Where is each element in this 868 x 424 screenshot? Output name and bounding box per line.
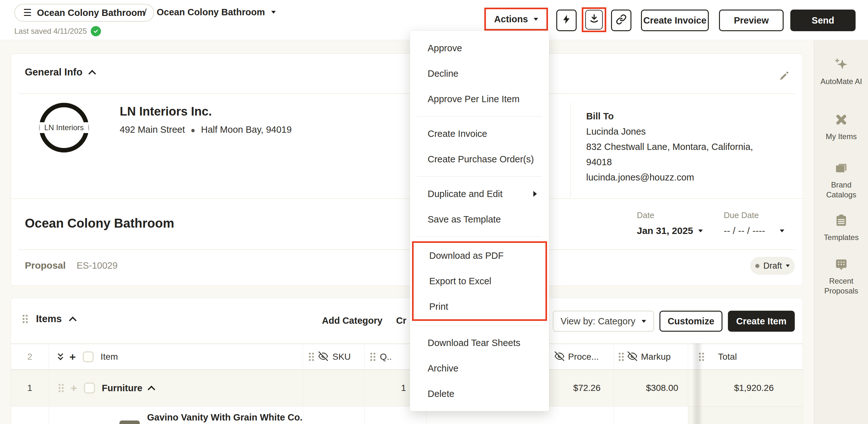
column-header-process[interactable]: Proce...: [568, 352, 599, 362]
drag-handle-icon[interactable]: [619, 353, 624, 361]
breadcrumb-separator: /: [144, 7, 147, 18]
add-category-button[interactable]: Add Category: [322, 316, 382, 326]
customize-button[interactable]: Customize: [659, 311, 722, 332]
send-button[interactable]: Send: [790, 9, 856, 31]
doc-number: ES-10029: [76, 260, 118, 271]
menu-item-approve-per-line-item[interactable]: Approve Per Line Item: [410, 86, 549, 112]
preview-button[interactable]: Preview: [719, 9, 784, 31]
column-header-sku[interactable]: SKU: [333, 352, 351, 362]
view-by-dropdown[interactable]: View by: Category: [553, 311, 654, 332]
menu-item-create-invoice[interactable]: Create Invoice: [410, 121, 549, 146]
sidebar-item-automate-ai[interactable]: AutoMate AI: [814, 57, 868, 86]
copy-link-button[interactable]: [611, 9, 631, 31]
saved-check-icon: [91, 26, 101, 36]
sidebar-item-label: Templates: [817, 232, 865, 242]
sidebar-item-my-items[interactable]: My Items: [814, 112, 868, 141]
row-checkbox[interactable]: [84, 383, 95, 393]
chevron-down-icon: [780, 229, 784, 232]
last-saved-status: Last saved 4/11/2025: [14, 26, 101, 36]
chevron-up-icon[interactable]: [69, 317, 76, 324]
create-invoice-button[interactable]: Create Invoice: [641, 9, 709, 31]
eye-off-icon[interactable]: [628, 351, 637, 362]
breadcrumb-doc-dropdown[interactable]: Ocean Colony Bathroom: [157, 7, 276, 18]
divider: [11, 198, 803, 199]
drag-handle-icon[interactable]: [309, 353, 314, 361]
sidebar-item-recent-proposals[interactable]: Recent Proposals: [814, 257, 868, 296]
date-value: Jan 31, 2025: [637, 225, 693, 236]
general-info-card: General Info LN Interiors LN Interiors I…: [10, 54, 803, 286]
select-all-checkbox[interactable]: [83, 351, 94, 362]
chevron-down-icon: [271, 11, 276, 14]
menu-item-delete[interactable]: Delete: [410, 381, 549, 406]
download-button[interactable]: [585, 10, 603, 30]
edit-pencil-icon[interactable]: [779, 70, 790, 83]
items-card: Items Add Category Cr View by: Category …: [10, 298, 803, 424]
eye-off-icon[interactable]: [555, 351, 564, 362]
menu-item-create-purchase-orders[interactable]: Create Purchase Order(s): [410, 146, 549, 172]
company-logo: LN Interiors: [39, 103, 89, 153]
menu-item-label: Create Invoice: [428, 129, 487, 139]
last-saved-label: Last saved 4/11/2025: [14, 27, 87, 36]
chevron-up-icon: [88, 70, 96, 77]
menu-item-save-as-template[interactable]: Save as Template: [410, 206, 549, 232]
column-header-total[interactable]: Total: [718, 352, 737, 362]
partial-hidden-label: Cr: [396, 316, 406, 326]
general-info-header[interactable]: General Info: [25, 67, 95, 78]
menu-item-archive[interactable]: Archive: [410, 356, 549, 381]
proposal-number-row: Proposal ES-10029: [25, 260, 118, 271]
menu-item-approve[interactable]: Approve: [410, 35, 549, 61]
bill-to-address-1: 832 Chestwall Lane, Montara, California,: [586, 139, 753, 154]
due-date-value: -- / -- / ----: [724, 225, 765, 236]
sidebar-item-brand-catalogs[interactable]: Brand Catalogs: [814, 161, 868, 200]
eye-off-icon[interactable]: [318, 351, 328, 362]
table-row[interactable]: Gavino Vanity With Grain White Co...: [11, 406, 803, 424]
create-item-label: Create Item: [736, 316, 786, 327]
lightning-icon: [561, 14, 572, 27]
proposal-editor-screen: ☰ Ocean Colony Bathroom / Ocean Colony B…: [0, 0, 868, 424]
create-item-button[interactable]: Create Item: [728, 311, 795, 332]
menu-item-label: Duplicate and Edit: [428, 189, 502, 199]
status-label: Draft: [763, 261, 782, 271]
menu-item-print[interactable]: Print: [414, 294, 546, 319]
cell-markup: $308.00: [646, 383, 678, 393]
cell-process: $72.26: [573, 383, 600, 393]
send-label: Send: [812, 15, 834, 26]
sidebar-item-label: Recent Proposals: [817, 276, 865, 296]
sidebar-item-label: My Items: [817, 131, 865, 141]
menu-item-duplicate-and-edit[interactable]: Duplicate and Edit: [410, 181, 549, 206]
submenu-arrow-icon: [533, 191, 537, 197]
menu-item-label: Save as Template: [428, 214, 501, 225]
table-row[interactable]: 1 + Furniture 1 $72.26 $308.00 $1,920.26: [11, 370, 803, 406]
bill-to-block: Bill To Lucinda Jones 832 Chestwall Lane…: [586, 108, 753, 185]
company-city: Half Moon Bay, 94019: [201, 125, 292, 135]
collapse-all-icon[interactable]: [59, 354, 62, 359]
column-header-qty[interactable]: Q..: [380, 352, 392, 362]
bill-to-email: lucinda.jones@houzz.com: [586, 170, 753, 185]
quick-actions-button[interactable]: [556, 9, 577, 31]
drag-handle-icon[interactable]: [59, 384, 64, 392]
status-badge[interactable]: Draft: [750, 257, 795, 275]
add-row-icon[interactable]: +: [69, 351, 76, 362]
actions-button[interactable]: Actions: [484, 8, 548, 31]
drag-handle-icon[interactable]: [23, 315, 28, 323]
pinned-column-shadow: [692, 344, 703, 424]
add-row-icon[interactable]: +: [71, 383, 77, 393]
menu-item-download-tear-sheets[interactable]: Download Tear Sheets: [410, 330, 549, 356]
date-field[interactable]: Date Jan 31, 2025: [637, 210, 703, 236]
menu-item-download-as-pdf[interactable]: Download as PDF: [414, 243, 546, 268]
sidebar-item-templates[interactable]: Templates: [814, 213, 868, 242]
menu-item-export-to-excel[interactable]: Export to Excel: [414, 268, 546, 294]
drag-handle-icon[interactable]: [370, 353, 375, 361]
divider: [19, 93, 796, 94]
items-title: Items: [36, 313, 62, 325]
due-date-label: Due Date: [724, 210, 784, 220]
column-header-markup[interactable]: Markup: [641, 352, 671, 362]
breadcrumb-project-pill[interactable]: ☰ Ocean Colony Bathroom: [14, 4, 154, 22]
chevron-up-icon[interactable]: [148, 386, 155, 393]
category-name: Furniture: [102, 383, 142, 393]
due-date-field[interactable]: Due Date -- / -- / ----: [724, 210, 784, 236]
breadcrumb-doc-label: Ocean Colony Bathroom: [157, 7, 265, 18]
column-header-item[interactable]: Item: [101, 352, 118, 362]
divider: [417, 236, 542, 237]
menu-item-decline[interactable]: Decline: [410, 61, 549, 86]
